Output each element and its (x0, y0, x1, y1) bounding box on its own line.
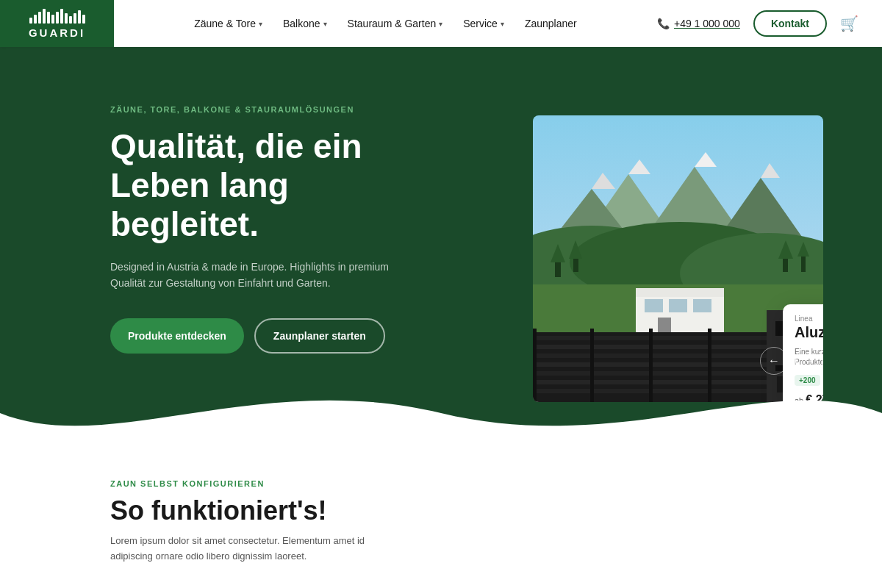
nav-item-balkone[interactable]: Balkone ▾ (283, 18, 327, 29)
hero-title: Qualität, die ein Leben lang begleitet. (110, 127, 412, 244)
svg-rect-24 (669, 299, 687, 312)
svg-rect-22 (636, 288, 724, 297)
nav-right: 📞 +49 1 000 000 Kontakt 🛒 (657, 10, 858, 37)
nav-links: Zäune & Tore ▾ Balkone ▾ Stauraum & Gart… (114, 18, 657, 29)
kontakt-button[interactable]: Kontakt (753, 10, 827, 37)
chevron-down-icon: ▾ (259, 20, 262, 28)
chevron-down-icon: ▾ (501, 20, 504, 28)
zaunplaner-button[interactable]: Zaunplaner starten (254, 318, 385, 354)
card-linea-label: Linea (795, 315, 823, 323)
svg-rect-23 (645, 299, 663, 312)
svg-rect-25 (693, 299, 711, 312)
nav-item-service[interactable]: Service ▾ (463, 18, 504, 29)
phone-number: +49 1 000 000 (674, 18, 740, 29)
nav-item-zaune[interactable]: Zäune & Tore ▾ (194, 18, 262, 29)
products-button[interactable]: Produkte entdecken (110, 318, 244, 354)
chevron-down-icon: ▾ (323, 20, 327, 28)
section2: ZAUN SELBST KONFIGURIEREN So funktionier… (0, 456, 882, 588)
logo[interactable]: GUARDI (0, 0, 114, 47)
hero-section: ZÄUNE, TORE, BALKONE & STAURAUMLÖSUNGEN … (0, 0, 882, 456)
chevron-down-icon: ▾ (439, 20, 442, 28)
section2-body: Lorem ipsum dolor sit amet consectetur. … (110, 534, 390, 564)
card-title: Aluzaun (795, 324, 823, 341)
section2-title: So funktioniert's! (110, 495, 882, 526)
hero-subtitle: Designed in Austria & made in Europe. Hi… (110, 259, 390, 292)
hero-wave (0, 369, 882, 456)
section2-eyebrow: ZAUN SELBST KONFIGURIEREN (110, 479, 882, 488)
logo-text: GUARDI (29, 26, 85, 39)
nav-item-stauraum[interactable]: Stauraum & Garten ▾ (348, 18, 443, 29)
hero-buttons: Produkte entdecken Zaunplaner starten (110, 318, 412, 354)
phone-link[interactable]: 📞 +49 1 000 000 (657, 18, 740, 29)
nav-item-zaunplaner[interactable]: Zaunplaner (525, 18, 577, 29)
phone-icon: 📞 (657, 18, 670, 29)
navbar: GUARDI Zäune & Tore ▾ Balkone ▾ Stauraum… (0, 0, 882, 47)
logo-bars (29, 9, 85, 24)
cart-icon[interactable]: 🛒 (840, 15, 858, 32)
hero-eyebrow: ZÄUNE, TORE, BALKONE & STAURAUMLÖSUNGEN (110, 105, 412, 114)
